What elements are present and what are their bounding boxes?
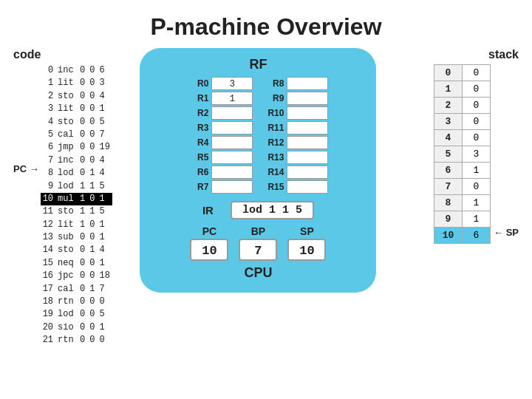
rf-row: R15 [263,180,328,194]
code-row: 20sio001 [41,321,112,334]
stack-row: 00 [434,65,491,81]
rf-row: R7 [188,180,253,194]
page-title: P-machine Overview [0,0,532,48]
rf-reg-box: 1 [211,92,253,105]
rf-reg-box [211,136,253,149]
rf-reg-box [287,166,328,179]
rf-reg-box [211,121,253,134]
pc-value: 10 [190,239,228,261]
stack-row: 70 [434,179,491,195]
rf-reg-box [287,121,328,134]
rf-reg-label: R9 [263,93,284,103]
rf-row: R13 [263,151,328,164]
stack-section: stack 00102030405361708191106 ← SP [404,48,519,244]
code-row: 19lod005 [41,308,112,321]
sp-value: 10 [287,239,326,261]
stack-header: stack [488,48,519,61]
rf-reg-box [211,106,253,120]
code-row: 10mul101 [41,193,112,205]
rf-reg-box [211,151,253,164]
code-row: 4sto005 [41,116,112,129]
rf-reg-box [287,77,328,90]
rf-reg-box [211,180,253,194]
rf-reg-label: R12 [263,137,284,148]
rf-reg-label: R7 [188,182,208,192]
rf-row: R11 [188,92,253,105]
rf-reg-box [287,180,328,194]
rf-reg-box [287,151,328,164]
ir-value: lod 1 1 5 [231,201,314,219]
cpu-box: RF R03R11R2R3R4R5R6R7 R8R9R10R11R12R13R1… [140,48,376,293]
code-row: 16jpc0018 [41,270,112,282]
stack-row: 10 [434,81,491,98]
stack-row: 40 [434,130,491,146]
code-row: 15neq001 [41,257,112,270]
rf-reg-label: R15 [263,182,284,192]
ir-row: IR lod 1 1 5 [202,201,314,219]
code-row: 3lit001 [41,103,112,115]
rf-row: R8 [263,77,328,90]
rf-reg-label: R14 [263,167,284,177]
rf-row: R5 [188,151,253,164]
sp-arrow-label: ← SP [494,227,519,238]
rf-grid: R03R11R2R3R4R5R6R7 R8R9R10R11R12R13R14R1… [188,77,328,194]
code-row: 0inc006 [41,64,112,77]
cpu-section: RF R03R11R2R3R4R5R6R7 R8R9R10R11R12R13R1… [140,48,376,293]
code-table: 0inc0061lit0032sto0043lit0014sto0055cal0… [41,64,112,347]
pc-label: PC [202,225,216,237]
rf-reg-box [287,92,328,105]
ir-label: IR [202,204,223,216]
pc-cell: PC 10 [190,225,228,261]
stack-row: 91 [434,211,491,228]
code-row: 7inc004 [41,154,112,167]
stack-row: 20 [434,98,491,114]
rf-row: R3 [188,121,253,134]
code-row: 1lit003 [41,77,112,89]
rf-row: R2 [188,106,253,120]
pc-arrow-label: PC → [13,163,39,174]
code-row: 5cal007 [41,129,112,141]
rf-reg-label: R1 [188,93,208,103]
bp-value: 7 [239,239,277,261]
code-row: 12lit101 [41,219,112,231]
rf-reg-label: R4 [188,137,208,148]
rf-row: R9 [263,92,328,105]
sp-cell: SP 10 [287,225,326,261]
stack-row: 53 [434,146,491,163]
rf-reg-label: R10 [263,108,284,118]
code-row: 18rtn000 [41,296,112,308]
rf-reg-label: R0 [188,78,208,89]
sp-label: SP [300,225,314,237]
code-row: 13sub001 [41,231,112,244]
rf-reg-label: R8 [263,78,284,89]
code-row: 17cal017 [41,283,112,296]
rf-reg-box [211,166,253,179]
stack-row: 81 [434,195,491,211]
rf-row: R03 [188,77,253,90]
code-row: 14sto014 [41,244,112,256]
stack-table: 00102030405361708191106 [434,64,491,244]
bp-cell: BP 7 [239,225,277,261]
rf-reg-label: R13 [263,152,284,163]
rf-reg-box [287,136,328,149]
code-row: 21rtn000 [41,334,112,347]
code-row: 8lod014 [41,167,112,180]
rf-row: R4 [188,136,253,149]
rf-reg-label: R6 [188,167,208,177]
code-row: 6jmp0019 [41,141,112,154]
rf-reg-label: R3 [188,123,208,133]
rf-row: R14 [263,166,328,179]
cpu-label: CPU [244,265,272,281]
code-section: code PC → 0inc0061lit0032sto0043lit0014s… [13,48,112,347]
bp-label: BP [251,225,265,237]
stack-row: 30 [434,114,491,130]
rf-row: R10 [263,106,328,120]
rf-reg-box: 3 [211,77,253,90]
rf-reg-label: R5 [188,152,208,163]
rf-reg-label: R2 [188,108,208,118]
code-row: 2sto004 [41,90,112,103]
rf-reg-box [287,106,328,120]
rf-label: RF [249,57,267,72]
rf-row: R12 [263,136,328,149]
code-row: 9lod115 [41,180,112,193]
